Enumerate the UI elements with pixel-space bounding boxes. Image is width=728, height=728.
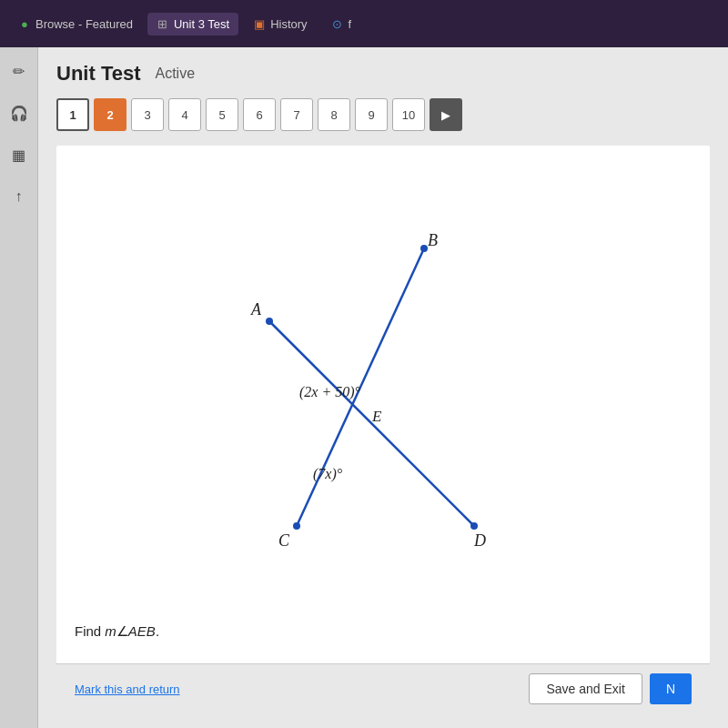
question-btn-2[interactable]: 2 <box>94 98 126 131</box>
tab-history[interactable]: ▣ History <box>244 13 316 35</box>
content-area: Unit Test Active 1 2 3 4 5 6 7 8 9 10 ▶ <box>38 47 728 728</box>
question-btn-3[interactable]: 3 <box>131 98 164 131</box>
save-exit-button[interactable]: Save and Exit <box>529 673 642 704</box>
headphones-icon[interactable]: 🎧 <box>5 98 34 127</box>
question-btn-10[interactable]: 10 <box>392 98 425 131</box>
question-btn-1[interactable]: 1 <box>56 98 89 131</box>
svg-point-4 <box>293 522 300 530</box>
svg-text:C: C <box>278 531 290 550</box>
svg-text:D: D <box>473 531 486 550</box>
svg-point-2 <box>266 318 273 325</box>
tab-unit3-test[interactable]: ⊞ Unit 3 Test <box>147 13 238 35</box>
tab-browse-featured[interactable]: ● Browse - Featured <box>9 13 142 35</box>
globe-icon: ⊙ <box>331 17 344 30</box>
svg-text:(2x + 50)°: (2x + 50)° <box>299 384 361 400</box>
tab-f[interactable]: ⊙ f <box>322 13 361 35</box>
question-btn-6[interactable]: 6 <box>243 98 276 131</box>
svg-point-5 <box>470 522 478 530</box>
question-btn-8[interactable]: 8 <box>318 98 350 131</box>
circle-icon: ● <box>18 17 31 30</box>
footer-buttons: Save and Exit N <box>529 673 692 704</box>
main-container: ✏ 🎧 ▦ ↑ Unit Test Active 1 2 3 4 5 6 7 8… <box>0 47 728 728</box>
question-footer: Mark this and return Save and Exit N <box>56 663 710 713</box>
question-btn-7[interactable]: 7 <box>280 98 313 131</box>
svg-text:(7x)°: (7x)° <box>313 466 343 482</box>
question-content: A B C D E (2x + 50)° (7x)° Find m∠AEB. <box>56 146 710 663</box>
question-btn-9[interactable]: 9 <box>355 98 388 131</box>
sidebar: ✏ 🎧 ▦ ↑ <box>0 47 38 728</box>
calculator-icon[interactable]: ▦ <box>5 140 34 169</box>
next-button[interactable]: N <box>650 673 692 704</box>
svg-text:E: E <box>371 408 382 425</box>
next-question-btn[interactable]: ▶ <box>430 98 462 131</box>
grid-icon: ⊞ <box>157 17 169 30</box>
page-title: Unit Test <box>56 62 140 86</box>
svg-text:A: A <box>250 300 262 318</box>
svg-text:B: B <box>428 231 438 249</box>
question-btn-5[interactable]: 5 <box>206 98 238 131</box>
geometry-figure: A B C D E (2x + 50)° (7x)° <box>75 164 692 614</box>
question-btn-4[interactable]: 4 <box>168 98 201 131</box>
arrow-up-icon[interactable]: ↑ <box>5 182 34 211</box>
status-badge: Active <box>155 66 195 82</box>
browser-bar: ● Browse - Featured ⊞ Unit 3 Test ▣ Hist… <box>0 0 728 47</box>
image-icon: ▣ <box>253 17 266 30</box>
page-header: Unit Test Active <box>56 62 710 86</box>
pencil-icon[interactable]: ✏ <box>5 56 34 86</box>
question-nav: 1 2 3 4 5 6 7 8 9 10 ▶ <box>56 98 710 131</box>
svg-point-3 <box>420 245 428 252</box>
mark-return-link[interactable]: Mark this and return <box>75 682 180 696</box>
geometry-svg: A B C D E (2x + 50)° (7x)° <box>192 198 574 581</box>
question-text: Find m∠AEB. <box>75 623 692 640</box>
